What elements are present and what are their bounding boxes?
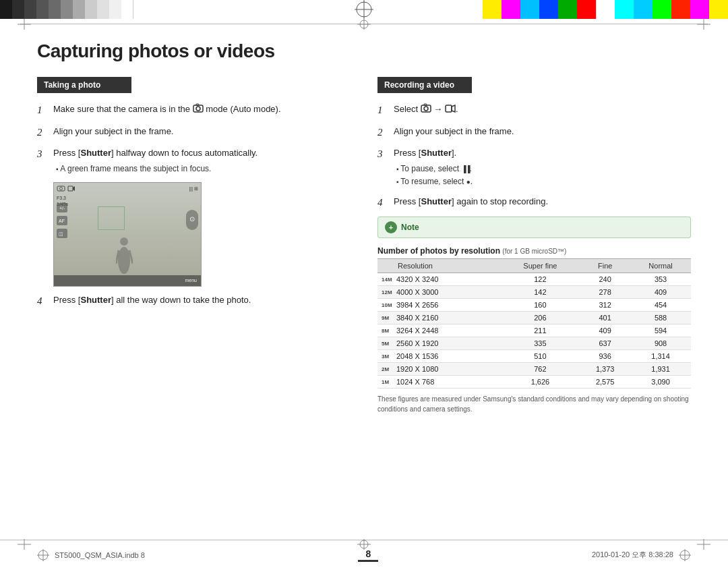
cam-ctrl-2: AF	[57, 216, 67, 225]
page-title: Capturing photos or videos	[37, 40, 691, 62]
rec-step-3: 3 Press [Shutter]. To pause, select ▐▐. …	[377, 146, 691, 188]
cell-normal: 409	[630, 286, 691, 299]
cell-fine: 240	[580, 273, 630, 286]
table-body: 14M 4320 X 3240 122 240 353 12M 4000 X 3…	[377, 273, 691, 389]
res-icon: 3M	[382, 353, 394, 360]
rec-step-3-bullets: To pause, select ▐▐. To resume, select ●…	[394, 163, 473, 188]
pause-icon: ▐▐	[461, 165, 469, 173]
corner-mark-tl	[18, 19, 31, 30]
recording-steps: 1 Select →	[377, 103, 691, 210]
res-icon: 1M	[382, 379, 394, 385]
bottom-left-area: ST5000_QSM_ASIA.indb 8	[37, 549, 145, 561]
cell-super-fine: 122	[501, 273, 580, 286]
cell-fine: 278	[580, 286, 630, 299]
resolution-table: Resolution Super fine Fine Normal 14M 43…	[377, 258, 691, 389]
cam-ctrl-1: +/-	[57, 203, 67, 212]
camera-mode-icon	[193, 103, 204, 117]
svg-point-21	[118, 247, 130, 274]
res-icon: 5M	[382, 341, 394, 347]
cell-super-fine: 335	[501, 337, 580, 350]
rec-step-4-num: 4	[377, 195, 388, 210]
rec-step-1-num: 1	[377, 103, 388, 118]
res-icon: 10M	[382, 302, 394, 308]
corner-mark-bl	[18, 539, 31, 550]
bottom-right-area: 2010-01-20 오후 8:38:28	[592, 549, 691, 561]
step-2: 2 Align your subject in the frame.	[37, 125, 351, 140]
two-column-layout: Taking a photo 1 Make sure that the came…	[37, 77, 691, 414]
cell-fine: 637	[580, 337, 630, 350]
col-fine: Fine	[580, 259, 630, 273]
step-1-num: 1	[37, 103, 48, 118]
corner-mark-br	[697, 539, 710, 550]
table-row: 3M 2048 X 1536 510 936 1,314	[377, 350, 691, 363]
cell-normal: 594	[630, 324, 691, 337]
rec-step-4: 4 Press [Shutter] again to stop recordin…	[377, 195, 691, 210]
cam-ctrl-3: ◫	[57, 229, 67, 238]
camera-left-controls: +/- AF ◫	[57, 203, 67, 238]
res-icon: 14M	[382, 277, 394, 283]
cell-super-fine: 510	[501, 350, 580, 363]
res-icon: 9M	[382, 315, 394, 321]
color-swatches	[479, 0, 728, 19]
rec-step-2: 2 Align your subject in the frame.	[377, 125, 691, 140]
rec-bullet-1: To pause, select ▐▐.	[396, 163, 473, 175]
cell-fine: 409	[580, 324, 630, 337]
cell-resolution: 5M 2560 X 1920	[377, 337, 501, 350]
cell-super-fine: 762	[501, 363, 580, 376]
table-row: 9M 3840 X 2160 206 401 588	[377, 312, 691, 324]
table-row: 14M 4320 X 3240 122 240 353	[377, 273, 691, 286]
camera-mode-icons	[57, 186, 75, 192]
cell-fine: 312	[580, 299, 630, 312]
camera-icon-1	[57, 186, 65, 192]
step-2-text: Align your subject in the frame.	[53, 125, 173, 140]
cell-resolution: 14M 4320 X 3240	[377, 273, 501, 286]
svg-point-20	[120, 237, 128, 246]
second-bar	[0, 19, 728, 30]
center-top-mark	[357, 19, 371, 30]
res-value: 2560 X 1920	[396, 339, 438, 347]
col-super-fine: Super fine	[501, 259, 580, 273]
corner-mark-tr	[697, 19, 710, 30]
step-3: 3 Press [Shutter] halfway down to focus …	[37, 146, 351, 175]
svg-text:+/-: +/-	[59, 206, 65, 210]
step-4-num: 4	[37, 293, 48, 309]
note-label: Note	[401, 223, 419, 232]
rec-camera-icon	[421, 103, 431, 117]
rec-bullet-2: To resume, select ●.	[396, 175, 473, 188]
cell-fine: 1,373	[580, 363, 630, 376]
camera-ui-top: ||| ⊞	[57, 186, 198, 192]
cell-normal: 588	[630, 312, 691, 324]
right-column: Recording a video 1 Select	[377, 77, 691, 414]
res-value: 1920 X 1080	[396, 365, 438, 373]
step-4: 4 Press [Shutter] all the way down to ta…	[37, 293, 351, 309]
bottom-center-mark	[357, 539, 371, 550]
note-icon: +	[385, 221, 397, 233]
cell-normal: 1,314	[630, 350, 691, 363]
step-1: 1 Make sure that the camera is in the mo…	[37, 103, 351, 118]
cell-super-fine: 142	[501, 286, 580, 299]
taking-photo-steps: 1 Make sure that the camera is in the mo…	[37, 103, 351, 175]
cell-normal: 908	[630, 337, 691, 350]
svg-rect-13	[57, 186, 65, 191]
camera-subject	[116, 237, 133, 274]
svg-text:AF: AF	[59, 219, 65, 223]
main-content: Capturing photos or videos Taking a phot…	[37, 40, 691, 533]
table-row: 5M 2560 X 1920 335 637 908	[377, 337, 691, 350]
res-value: 3984 X 2656	[396, 301, 438, 309]
camera-screen: ||| ⊞ F3.3 1/45s +/-	[54, 183, 201, 286]
bottom-filename: ST5000_QSM_ASIA.indb 8	[55, 551, 145, 559]
cell-resolution: 12M 4000 X 3000	[377, 286, 501, 299]
bottom-right-reg-mark	[679, 549, 691, 561]
svg-rect-28	[446, 105, 452, 112]
table-subtitle: (for 1 GB microSD™)	[502, 248, 566, 255]
step-3-num: 3	[37, 146, 48, 175]
res-value: 1024 X 768	[396, 378, 434, 386]
gray-swatches	[0, 0, 249, 19]
top-color-bar	[0, 0, 728, 19]
camera-bottom-bar: menu	[54, 275, 201, 286]
cell-super-fine: 211	[501, 324, 580, 337]
res-value: 4320 X 3240	[396, 275, 438, 283]
svg-point-11	[196, 107, 200, 111]
camera-preview: ||| ⊞ F3.3 1/45s +/-	[53, 182, 202, 287]
table-title: Number of photos by resolution (for 1 GB…	[377, 246, 691, 256]
